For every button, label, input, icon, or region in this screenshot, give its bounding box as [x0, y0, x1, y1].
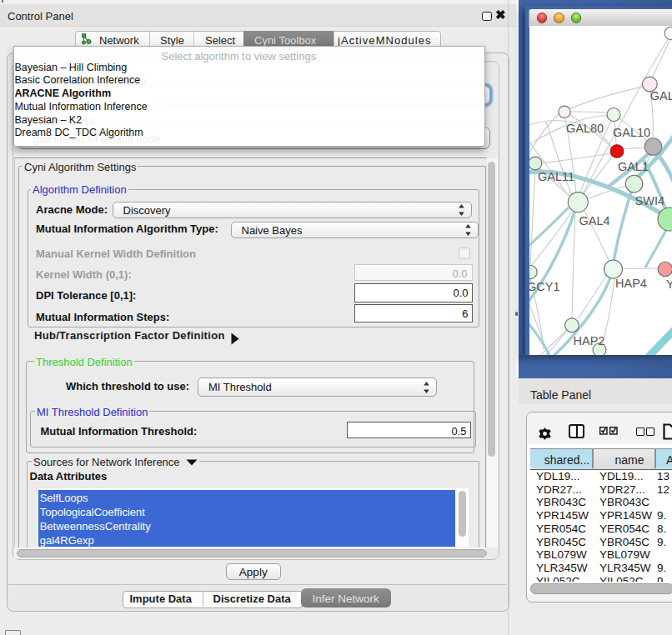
svg-text:HAP4: HAP4: [615, 277, 647, 290]
svg-text:SWI4: SWI4: [634, 194, 664, 208]
svg-text:Y: Y: [666, 278, 672, 291]
svg-text:GAL: GAL: [649, 89, 672, 102]
svg-text:GAL11: GAL11: [538, 170, 574, 183]
svg-text:GAL1: GAL1: [617, 160, 648, 173]
svg-text:GCY1: GCY1: [529, 280, 560, 293]
svg-text:GAL10: GAL10: [613, 126, 650, 139]
svg-text:HAP2: HAP2: [573, 334, 604, 348]
svg-text:GAL80: GAL80: [566, 122, 604, 135]
svg-text:GAL4: GAL4: [579, 214, 609, 228]
